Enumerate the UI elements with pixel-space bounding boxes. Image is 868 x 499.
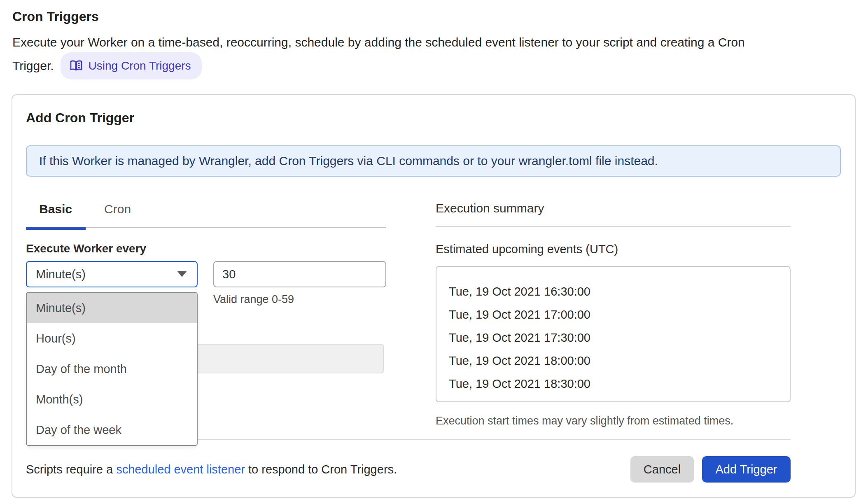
tab-underline-active-indicator bbox=[26, 227, 86, 230]
period-dropdown-menu: Minute(s) Hour(s) Day of the month Month… bbox=[26, 292, 198, 446]
tab-bar: Basic Cron bbox=[26, 200, 386, 227]
estimated-events-box: Tue, 19 Oct 2021 16:30:00 Tue, 19 Oct 20… bbox=[436, 266, 791, 402]
dropdown-option-day-of-week[interactable]: Day of the week bbox=[27, 415, 197, 445]
add-cron-trigger-card: Add Cron Trigger If this Worker is manag… bbox=[12, 94, 856, 498]
dropdown-option-hours[interactable]: Hour(s) bbox=[27, 323, 197, 354]
card-columns: Basic Cron Execute Worker every Minute(s… bbox=[26, 200, 791, 427]
cron-triggers-page: Cron Triggers Execute your Worker on a t… bbox=[0, 0, 868, 498]
execution-summary-title: Execution summary bbox=[436, 200, 791, 215]
execution-summary-column: Execution summary Estimated upcoming eve… bbox=[436, 200, 791, 427]
valid-range-hint: Valid range 0-59 bbox=[213, 293, 386, 306]
tab-basic[interactable]: Basic bbox=[39, 202, 72, 227]
description-line2: Trigger. bbox=[12, 56, 54, 76]
card-title: Add Cron Trigger bbox=[26, 109, 841, 126]
column-gap bbox=[386, 200, 436, 427]
event-item: Tue, 19 Oct 2021 17:30:00 bbox=[449, 326, 777, 349]
period-field-row: Minute(s) bbox=[26, 261, 386, 287]
dropdown-option-day-of-month[interactable]: Day of the month bbox=[27, 354, 197, 384]
footer-note: Scripts require a scheduled event listen… bbox=[26, 463, 630, 476]
minute-value-input[interactable] bbox=[213, 261, 386, 287]
dropdown-option-minutes[interactable]: Minute(s) bbox=[27, 293, 197, 323]
tab-cron[interactable]: Cron bbox=[104, 202, 131, 227]
wrangler-info-banner: If this Worker is managed by Wrangler, a… bbox=[26, 145, 841, 177]
execute-worker-every-label: Execute Worker every bbox=[26, 242, 386, 255]
footer-note-after: to respond to Cron Triggers. bbox=[245, 463, 397, 476]
dropdown-option-months[interactable]: Month(s) bbox=[27, 384, 197, 415]
description-line1: Execute your Worker on a time-based, reo… bbox=[12, 33, 856, 52]
footer-note-before: Scripts require a bbox=[26, 463, 116, 476]
event-item: Tue, 19 Oct 2021 17:00:00 bbox=[449, 303, 777, 326]
cancel-button[interactable]: Cancel bbox=[630, 456, 694, 483]
trigger-form-column: Basic Cron Execute Worker every Minute(s… bbox=[26, 200, 386, 427]
period-select-value: Minute(s) bbox=[36, 268, 177, 281]
event-item: Tue, 19 Oct 2021 18:00:00 bbox=[449, 349, 777, 372]
estimated-events-label: Estimated upcoming events (UTC) bbox=[436, 243, 791, 256]
banner-text: If this Worker is managed by Wrangler, a… bbox=[39, 154, 658, 168]
tab-underline bbox=[26, 227, 386, 230]
execution-summary-divider bbox=[436, 226, 791, 227]
execution-note: Execution start times may vary slightly … bbox=[436, 415, 791, 427]
event-item: Tue, 19 Oct 2021 16:30:00 bbox=[449, 280, 777, 303]
page-description: Execute your Worker on a time-based, reo… bbox=[12, 33, 856, 79]
using-cron-triggers-link[interactable]: Using Cron Triggers bbox=[61, 52, 202, 79]
period-select[interactable]: Minute(s) bbox=[26, 261, 198, 287]
docs-link-label: Using Cron Triggers bbox=[89, 56, 191, 76]
scheduled-event-listener-link[interactable]: scheduled event listener bbox=[116, 463, 245, 476]
chevron-down-icon bbox=[177, 271, 187, 277]
add-trigger-button[interactable]: Add Trigger bbox=[702, 456, 791, 483]
card-footer: Scripts require a scheduled event listen… bbox=[26, 456, 791, 483]
book-icon bbox=[70, 60, 83, 72]
event-item: Tue, 19 Oct 2021 18:30:00 bbox=[449, 372, 777, 395]
page-title: Cron Triggers bbox=[12, 9, 856, 24]
